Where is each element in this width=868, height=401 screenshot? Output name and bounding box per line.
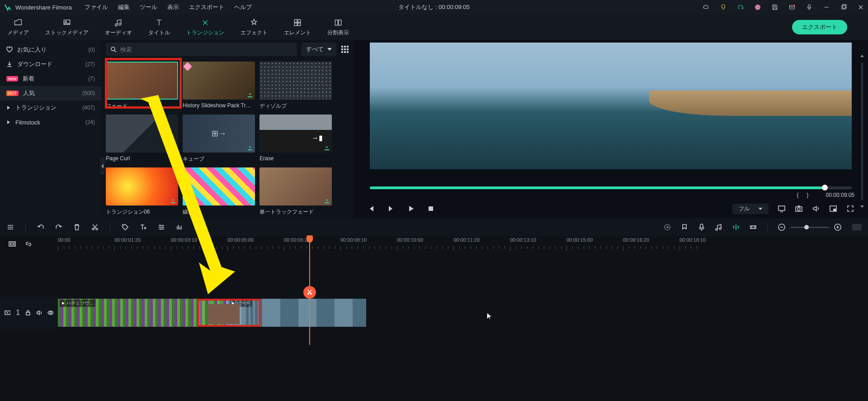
fit-timeline-icon[interactable] bbox=[851, 223, 862, 231]
search-input[interactable] bbox=[120, 46, 292, 53]
download-icon[interactable] bbox=[324, 197, 330, 204]
ruler-mark: 00:00:16:20 bbox=[623, 237, 649, 243]
audio-mixer-icon[interactable] bbox=[715, 223, 723, 231]
menu-edit[interactable]: 編集 bbox=[118, 3, 130, 11]
next-frame-icon[interactable] bbox=[387, 205, 395, 213]
thumb-0[interactable]: フェード bbox=[106, 62, 178, 110]
menu-export[interactable]: エクスポート bbox=[189, 3, 224, 11]
adjust-icon[interactable] bbox=[157, 223, 165, 231]
thumb-3[interactable]: Page Curl bbox=[106, 115, 178, 163]
tab-title[interactable]: タイトル bbox=[148, 18, 170, 37]
tab-effect[interactable]: エフェクト bbox=[241, 18, 268, 37]
download-icon[interactable] bbox=[247, 144, 253, 151]
thumb-label: フェード bbox=[106, 102, 178, 110]
display-icon[interactable] bbox=[778, 205, 786, 213]
thumb-6[interactable]: トランジション06 bbox=[106, 167, 178, 216]
menu-view[interactable]: 表示 bbox=[167, 3, 179, 11]
zoom-in-icon[interactable] bbox=[834, 223, 842, 231]
track-lane[interactable]: ハチミツヴ… ビーチ bbox=[58, 297, 868, 329]
timeline-media-icon[interactable] bbox=[8, 240, 16, 248]
redo-icon[interactable] bbox=[55, 223, 63, 231]
ripple-icon[interactable] bbox=[749, 223, 757, 231]
tag-icon[interactable] bbox=[121, 223, 129, 231]
volume-icon[interactable] bbox=[812, 205, 820, 213]
svg-rect-12 bbox=[335, 20, 338, 25]
thumb-5[interactable]: →▮Erase bbox=[259, 115, 332, 163]
prev-frame-icon[interactable] bbox=[367, 205, 375, 213]
avatar-icon[interactable] bbox=[754, 4, 761, 11]
download-icon[interactable] bbox=[324, 144, 330, 151]
play-icon[interactable] bbox=[407, 205, 415, 213]
tab-audio[interactable]: オーディオ bbox=[105, 18, 132, 37]
menu-icon[interactable] bbox=[6, 223, 14, 231]
render-icon[interactable] bbox=[663, 223, 671, 231]
export-button[interactable]: エクスポート bbox=[792, 20, 847, 34]
preview-video[interactable] bbox=[370, 43, 852, 169]
menu-file[interactable]: ファイル bbox=[85, 3, 108, 11]
tab-stock[interactable]: ストックメディア bbox=[45, 18, 89, 37]
sidebar-downloads[interactable]: ダウンロード(27) bbox=[0, 57, 101, 72]
thumb-4[interactable]: ⊞→キューブ bbox=[183, 115, 255, 163]
sidebar-favorites[interactable]: お気に入り(0) bbox=[0, 43, 101, 57]
search-box[interactable] bbox=[106, 43, 297, 56]
sidebar-transitions[interactable]: トランジション(407) bbox=[0, 100, 101, 115]
mark-in-icon[interactable]: { bbox=[797, 192, 799, 198]
prev-panel-up-icon[interactable] bbox=[859, 53, 865, 60]
delete-icon[interactable] bbox=[73, 223, 81, 231]
filter-dropdown[interactable]: すべて bbox=[302, 43, 336, 56]
notification-icon[interactable] bbox=[788, 4, 796, 11]
save-icon[interactable] bbox=[771, 4, 778, 11]
tab-media[interactable]: メディア bbox=[7, 18, 29, 37]
sidebar-new[interactable]: New新着(7) bbox=[0, 72, 101, 86]
menu-tool[interactable]: ツール bbox=[140, 3, 157, 11]
timeline-ruler[interactable]: 00:0000:00:01:2000:00:03:1000:00:05:0000… bbox=[58, 236, 868, 252]
sidebar-popular[interactable]: HOT人気(500) bbox=[0, 86, 101, 100]
lock-icon[interactable] bbox=[25, 310, 30, 315]
equalizer-icon[interactable] bbox=[175, 223, 184, 231]
download-icon[interactable] bbox=[170, 197, 176, 204]
zoom-slider[interactable] bbox=[790, 227, 829, 228]
thumb-8[interactable]: 単一トラックフェード bbox=[259, 167, 332, 216]
maximize-icon[interactable] bbox=[840, 4, 847, 11]
download-icon[interactable] bbox=[247, 197, 253, 204]
quality-dropdown[interactable]: フル bbox=[732, 204, 769, 214]
lightbulb-icon[interactable] bbox=[720, 4, 727, 11]
sidebar-filmstock[interactable]: Filmstock(24) bbox=[0, 115, 101, 129]
text-add-icon[interactable] bbox=[139, 223, 147, 231]
cut-icon[interactable] bbox=[91, 223, 99, 231]
thumb-7[interactable]: 線形 2 bbox=[183, 167, 255, 216]
playhead[interactable] bbox=[309, 236, 310, 345]
transition-on-timeline[interactable] bbox=[197, 299, 260, 327]
undo-icon[interactable] bbox=[37, 223, 45, 231]
prev-panel-down-icon[interactable] bbox=[859, 203, 865, 209]
stop-icon[interactable] bbox=[427, 205, 435, 213]
download-icon[interactable] bbox=[247, 91, 253, 98]
close-icon[interactable] bbox=[857, 4, 864, 11]
mic-icon[interactable] bbox=[806, 4, 813, 11]
headset-icon[interactable] bbox=[737, 4, 744, 11]
split-button[interactable] bbox=[303, 286, 316, 299]
grid-view-icon[interactable] bbox=[341, 45, 349, 53]
snap-icon[interactable] bbox=[732, 223, 740, 231]
speed-icon[interactable] bbox=[193, 223, 202, 231]
mark-out-icon[interactable]: } bbox=[807, 192, 809, 198]
preview-scrubber[interactable] bbox=[370, 186, 852, 189]
tab-split[interactable]: 分割表示 bbox=[327, 18, 349, 37]
menu-help[interactable]: ヘルプ bbox=[234, 3, 252, 11]
thumb-2[interactable]: ディゾルブ bbox=[259, 62, 332, 110]
voiceover-icon[interactable] bbox=[698, 223, 706, 231]
thumb-1[interactable]: History Slideshow Pack Tr… bbox=[183, 62, 255, 110]
tab-element[interactable]: エレメント bbox=[284, 18, 311, 37]
link-icon[interactable] bbox=[24, 240, 33, 248]
snapshot-icon[interactable] bbox=[795, 205, 803, 213]
cloud-icon[interactable] bbox=[703, 4, 710, 11]
mute-icon[interactable] bbox=[36, 310, 42, 316]
marker-icon[interactable] bbox=[680, 223, 689, 231]
zoom-out-icon[interactable] bbox=[778, 223, 786, 231]
pip-icon[interactable] bbox=[829, 205, 837, 213]
minimize-icon[interactable] bbox=[823, 4, 830, 11]
fullscreen-icon[interactable] bbox=[846, 205, 854, 213]
tab-transition[interactable]: トランジション bbox=[186, 18, 224, 37]
eye-icon[interactable] bbox=[47, 310, 53, 316]
track-number: 1 bbox=[16, 309, 20, 317]
